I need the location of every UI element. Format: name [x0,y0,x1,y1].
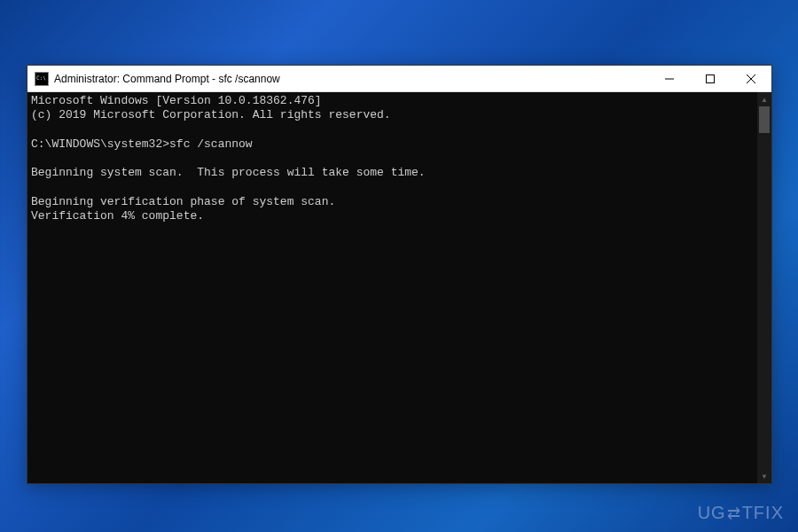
cmd-icon [35,72,49,86]
minimize-button[interactable] [649,66,690,92]
scroll-down-button[interactable]: ▼ [757,469,771,483]
watermark: UG⇄TFIX [698,502,784,523]
window-controls [649,66,771,91]
scroll-up-button[interactable]: ▲ [757,92,771,106]
output-line: Beginning verification phase of system s… [31,195,335,208]
titlebar[interactable]: Administrator: Command Prompt - sfc /sca… [27,66,771,92]
window-title: Administrator: Command Prompt - sfc /sca… [54,73,649,85]
watermark-text: UG⇄TFIX [698,503,784,522]
close-button[interactable] [731,66,771,92]
output-line: Microsoft Windows [Version 10.0.18362.47… [31,94,322,107]
output-line: Beginning system scan. This process will… [31,166,426,179]
prompt-line: C:\WINDOWS\system32>sfc /scannow [31,137,253,151]
scrollbar[interactable]: ▲ ▼ [757,92,771,483]
maximize-button[interactable] [690,66,731,92]
terminal-area: Microsoft Windows [Version 10.0.18362.47… [27,92,771,483]
svg-rect-1 [707,75,715,83]
scroll-thumb[interactable] [759,106,770,133]
command-prompt-window: Administrator: Command Prompt - sfc /sca… [27,65,772,484]
terminal-output[interactable]: Microsoft Windows [Version 10.0.18362.47… [27,92,757,483]
output-line: (c) 2019 Microsoft Corporation. All righ… [31,108,391,121]
scroll-track[interactable] [757,106,771,469]
output-line: Verification 4% complete. [31,209,204,223]
